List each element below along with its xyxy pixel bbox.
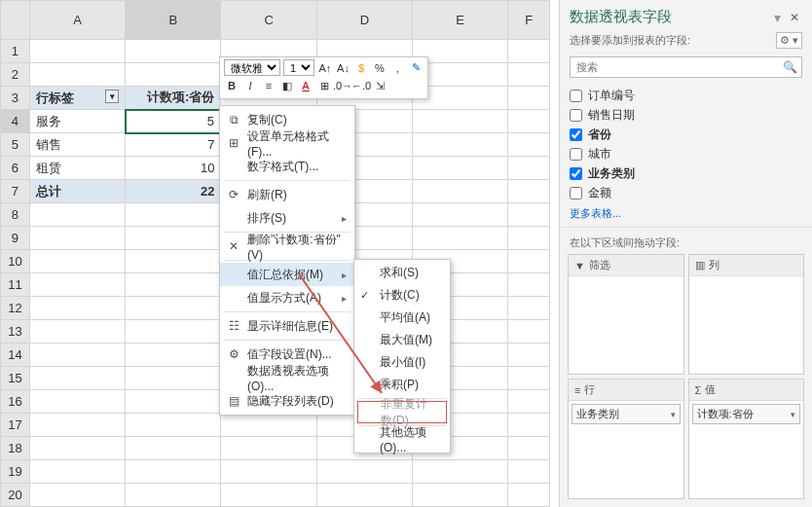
row-header[interactable]: 11 — [1, 273, 30, 297]
menu-sort[interactable]: 排序(S)▸ — [220, 206, 354, 230]
more-tables-link[interactable]: 更多表格... — [570, 202, 802, 225]
pane-close-button[interactable]: ✕ — [787, 11, 802, 24]
select-all-corner[interactable] — [1, 1, 30, 40]
field-search-input[interactable] — [570, 56, 802, 78]
col-header-c[interactable]: C — [221, 1, 316, 40]
submenu-count[interactable]: ✓计数(C) — [354, 284, 450, 307]
font-color-button[interactable]: A — [298, 78, 314, 93]
merge-button[interactable]: ⇲ — [372, 78, 388, 93]
pane-layout-button[interactable]: ⚙ ▾ — [776, 32, 802, 49]
col-header-b[interactable]: B — [126, 1, 221, 40]
field-item[interactable]: 金额 — [570, 183, 802, 202]
row-header[interactable]: 1 — [1, 40, 30, 63]
menu-separator — [224, 311, 351, 312]
submenu-other-options[interactable]: 其他选项(O)... — [354, 428, 450, 451]
bold-button[interactable]: B — [224, 78, 240, 93]
columns-area[interactable]: ▥列 — [688, 254, 805, 375]
row-header[interactable]: 8 — [1, 203, 30, 227]
menu-format-cells[interactable]: ⊞设置单元格格式(F)... — [220, 131, 354, 155]
align-button[interactable]: ≡ — [261, 78, 277, 93]
row-header[interactable]: 9 — [1, 227, 30, 250]
italic-button[interactable]: I — [242, 78, 258, 93]
row-field-pill[interactable]: 业务类别▾ — [572, 404, 681, 424]
value-field-pill[interactable]: 计数项:省份▾ — [692, 404, 801, 424]
menu-summarize-by[interactable]: 值汇总依据(M)▸ — [220, 263, 354, 286]
field-item[interactable]: 销售日期 — [570, 105, 802, 125]
pivot-filter-dropdown[interactable]: ▾ — [105, 90, 119, 103]
submenu-sum[interactable]: 求和(S) — [354, 262, 450, 284]
row-header[interactable]: 20 — [1, 484, 30, 507]
menu-refresh[interactable]: ⟳刷新(R) — [220, 183, 354, 206]
submenu-max[interactable]: 最大值(M) — [354, 329, 450, 351]
row-header[interactable]: 19 — [1, 460, 30, 484]
menu-show-values-as[interactable]: 值显示方式(A)▸ — [220, 286, 354, 309]
comma-format-icon[interactable]: , — [390, 60, 406, 76]
row-header[interactable]: 4 — [1, 110, 30, 133]
menu-hide-field-list[interactable]: ▤隐藏字段列表(D) — [220, 389, 354, 413]
field-checkbox[interactable] — [570, 109, 582, 122]
font-name-select[interactable]: 微软雅黑 — [224, 59, 280, 76]
pivot-value-header[interactable]: 计数项:省份 — [126, 87, 221, 110]
field-item[interactable]: 业务类别 — [570, 163, 802, 183]
rows-area[interactable]: ≡行 业务类别▾ — [568, 379, 684, 499]
pivot-total-label[interactable]: 总计 — [29, 180, 125, 203]
pivot-cell[interactable]: 10 — [126, 157, 221, 180]
pivot-total-value[interactable]: 22 — [126, 180, 221, 203]
row-header[interactable]: 15 — [1, 367, 30, 390]
row-header[interactable]: 2 — [1, 63, 30, 87]
field-item[interactable]: 订单编号 — [570, 86, 802, 105]
menu-remove-field[interactable]: ✕删除"计数项:省份"(V) — [220, 235, 354, 258]
row-header[interactable]: 7 — [1, 180, 30, 203]
field-checkbox[interactable] — [570, 167, 582, 180]
menu-number-format[interactable]: 数字格式(T)... — [220, 155, 354, 178]
active-cell[interactable]: 5 — [126, 110, 221, 133]
row-header[interactable]: 10 — [1, 250, 30, 273]
submenu-product[interactable]: 乘积(P) — [354, 374, 450, 396]
submenu-average[interactable]: 平均值(A) — [354, 307, 450, 329]
pivot-cell[interactable]: 服务 — [29, 110, 125, 133]
decrease-font-icon[interactable]: A↓ — [336, 60, 351, 76]
fill-color-button[interactable]: ◧ — [279, 78, 295, 93]
submenu-min[interactable]: 最小值(I) — [354, 351, 450, 374]
field-item[interactable]: 省份 — [570, 125, 802, 144]
row-header[interactable]: 16 — [1, 390, 30, 414]
row-header[interactable]: 12 — [1, 297, 30, 320]
row-header[interactable]: 18 — [1, 437, 30, 460]
row-header[interactable]: 14 — [1, 344, 30, 367]
row-header[interactable]: 17 — [1, 414, 30, 437]
percent-format-icon[interactable]: % — [372, 60, 388, 76]
menu-pivot-options[interactable]: 数据透视表选项(O)... — [220, 366, 354, 389]
field-item[interactable]: 城市 — [570, 144, 802, 163]
row-header[interactable]: 3 — [1, 87, 30, 110]
menu-show-detail[interactable]: ☷显示详细信息(E) — [220, 314, 354, 338]
pivot-row-header-label: 行标签 — [36, 91, 74, 105]
field-checkbox[interactable] — [570, 148, 582, 161]
pivot-cell[interactable]: 销售 — [29, 133, 125, 157]
col-header-d[interactable]: D — [316, 1, 412, 40]
decrease-decimal-icon[interactable]: ←.0 — [353, 78, 369, 93]
accounting-format-icon[interactable]: $ — [353, 60, 369, 76]
row-header[interactable]: 5 — [1, 133, 30, 157]
font-size-select[interactable]: 11 — [283, 59, 314, 76]
col-header-e[interactable]: E — [412, 1, 507, 40]
columns-icon: ▥ — [695, 259, 705, 272]
borders-button[interactable]: ⊞ — [316, 78, 332, 93]
pane-dropdown-icon[interactable]: ▾ — [774, 10, 781, 25]
field-list[interactable]: 订单编号 销售日期 省份 城市 业务类别 金额 更多表格... — [560, 84, 812, 228]
increase-decimal-icon[interactable]: .0→ — [335, 78, 351, 93]
pivot-cell[interactable]: 7 — [126, 133, 221, 157]
field-checkbox[interactable] — [570, 187, 582, 199]
row-header[interactable]: 13 — [1, 320, 30, 344]
values-area[interactable]: Σ值 计数项:省份▾ — [688, 379, 805, 499]
increase-font-icon[interactable]: A↑ — [317, 60, 333, 76]
format-painter-icon[interactable]: ✎ — [408, 60, 424, 76]
filter-area[interactable]: ▼筛选 — [568, 254, 684, 375]
col-header-a[interactable]: A — [29, 1, 125, 40]
field-checkbox[interactable] — [570, 90, 582, 102]
field-checkbox[interactable] — [570, 128, 582, 141]
col-header-f[interactable]: F — [508, 1, 550, 40]
submenu-distinct-count[interactable]: 非重复计数(D) — [357, 401, 447, 423]
row-header[interactable]: 6 — [1, 157, 30, 180]
pivot-cell[interactable]: 租赁 — [29, 157, 125, 180]
pivot-row-header[interactable]: 行标签 ▾ — [29, 87, 125, 110]
